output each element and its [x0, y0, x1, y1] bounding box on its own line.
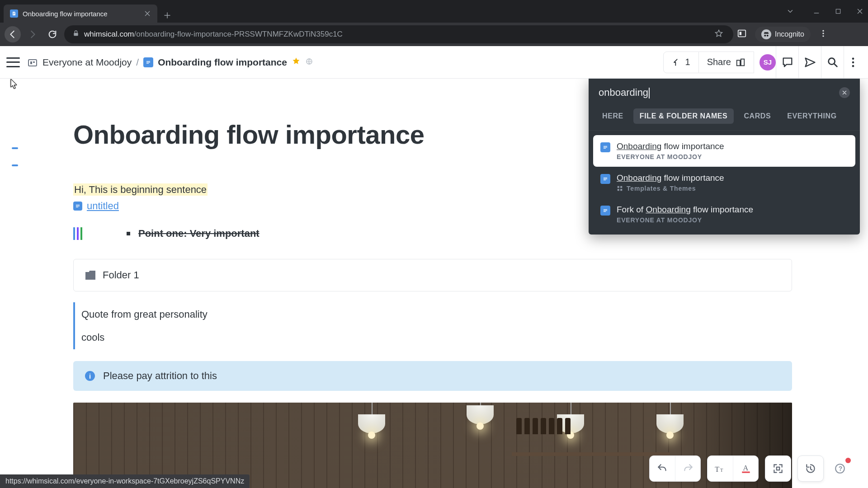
subdoc-link[interactable]: untitled	[87, 200, 119, 212]
window-maximize-icon[interactable]	[834, 7, 843, 16]
breadcrumb-title[interactable]: Onboarding flow importance	[158, 57, 287, 68]
svg-rect-2	[13, 14, 15, 14]
templates-icon	[617, 185, 623, 192]
svg-rect-13	[28, 60, 37, 66]
breadcrumb-workspace[interactable]: Everyone at Moodjoy	[42, 57, 132, 68]
app-root: Everyone at Moodjoy / Onboarding flow im…	[0, 46, 868, 488]
gutter-mark[interactable]	[12, 147, 18, 149]
selection-handles[interactable]	[73, 227, 82, 240]
search-result[interactable]: Onboarding flow importance EVERYONE AT M…	[593, 135, 855, 167]
search-tab-cards[interactable]: CARDS	[737, 108, 777, 124]
quote-block[interactable]: Quote from great personality cools	[73, 302, 792, 349]
folder-embed[interactable]: Folder 1	[73, 259, 792, 291]
search-tab-names[interactable]: FILE & FOLDER NAMES	[633, 108, 734, 124]
public-world-icon[interactable]	[305, 57, 313, 68]
address-bar[interactable]: whimsical.com/onboarding-flow-importance…	[64, 25, 733, 43]
svg-rect-32	[604, 178, 607, 178]
doc-icon	[73, 202, 82, 211]
svg-rect-7	[740, 32, 742, 35]
svg-rect-35	[618, 186, 619, 188]
user-avatar[interactable]: SJ	[760, 54, 776, 70]
search-tab-here[interactable]: HERE	[596, 108, 630, 124]
comments-button[interactable]	[776, 46, 798, 79]
svg-rect-38	[620, 189, 622, 191]
svg-point-8	[764, 35, 766, 37]
svg-rect-34	[604, 180, 606, 180]
folder-label: Folder 1	[103, 269, 139, 281]
nav-back-button[interactable]	[5, 26, 21, 42]
mouse-cursor	[10, 79, 19, 89]
outline-gutter	[12, 147, 18, 166]
incognito-indicator[interactable]: Incognito	[755, 27, 811, 42]
svg-text:T: T	[720, 468, 723, 473]
nav-reload-button[interactable]	[44, 26, 61, 42]
status-bar-url: https://whimsical.com/everyone-in-worksp…	[0, 474, 250, 488]
search-result[interactable]: Onboarding flow importance Templates & T…	[593, 167, 855, 198]
bullet-icon	[127, 232, 130, 235]
tab-close-icon[interactable]	[144, 10, 151, 17]
svg-rect-36	[620, 186, 622, 188]
svg-point-10	[822, 30, 824, 32]
info-callout[interactable]: i Please pay attrition to this	[73, 361, 792, 391]
svg-rect-18	[146, 63, 149, 63]
browser-menu-icon[interactable]	[819, 29, 828, 40]
new-tab-button[interactable]	[160, 8, 175, 23]
help-button[interactable]: ?	[830, 459, 850, 479]
browser-toolbar: whimsical.com/onboarding-flow-importance…	[0, 23, 868, 46]
result-subtitle: EVERYONE AT MOODJOY	[617, 216, 753, 224]
svg-point-23	[852, 57, 854, 60]
highlighted-sentence[interactable]: Hi, This is beginning sentence	[73, 183, 208, 196]
viewers-button[interactable]: 1	[663, 52, 699, 73]
doc-icon	[600, 174, 610, 184]
info-icon: i	[85, 371, 95, 381]
result-subtitle: EVERYONE AT MOODJOY	[617, 153, 724, 160]
text-style-group: TT A	[707, 455, 759, 482]
svg-rect-21	[741, 59, 744, 66]
send-button[interactable]	[798, 46, 821, 79]
bookmark-star-icon[interactable]	[714, 29, 723, 40]
point-one-text[interactable]: Point one: Very important	[138, 228, 259, 239]
tab-search-icon[interactable]	[786, 7, 795, 16]
redo-button[interactable]	[675, 456, 700, 481]
svg-rect-40	[604, 211, 607, 211]
undo-button[interactable]	[650, 456, 675, 481]
window-minimize-icon[interactable]	[812, 7, 821, 16]
history-button[interactable]	[798, 456, 823, 481]
browser-tab[interactable]: Onboarding flow importance	[4, 5, 157, 23]
breadcrumb-separator: /	[136, 57, 139, 68]
focus-mode-button[interactable]	[765, 456, 791, 481]
window-close-icon[interactable]	[855, 7, 864, 16]
search-close-button[interactable]	[839, 87, 850, 98]
svg-point-24	[852, 61, 854, 63]
svg-rect-5	[74, 33, 78, 36]
share-button[interactable]: Share	[699, 52, 754, 73]
tab-title: Onboarding flow importance	[23, 10, 139, 18]
app-header: Everyone at Moodjoy / Onboarding flow im…	[0, 46, 868, 79]
svg-rect-4	[836, 9, 840, 13]
svg-text:T: T	[715, 465, 719, 474]
folder-icon	[85, 271, 95, 280]
favorite-star-icon[interactable]	[292, 56, 301, 68]
nav-forward-button[interactable]	[24, 26, 41, 42]
svg-rect-14	[30, 61, 32, 64]
svg-rect-37	[618, 189, 619, 191]
text-size-button[interactable]: TT	[708, 456, 733, 481]
search-result[interactable]: Fork of Onboarding flow importance EVERY…	[593, 198, 855, 230]
svg-rect-46	[777, 467, 780, 470]
svg-rect-17	[146, 62, 150, 62]
gutter-mark[interactable]	[12, 164, 18, 166]
svg-rect-26	[76, 205, 80, 205]
page-body: Onboarding flow importance Hi, This is b…	[0, 79, 868, 488]
breadcrumb: Everyone at Moodjoy / Onboarding flow im…	[27, 56, 313, 68]
reader-mode-icon[interactable]	[737, 28, 747, 40]
doc-icon	[600, 206, 610, 216]
quote-line: cools	[81, 330, 792, 345]
search-button[interactable]	[821, 46, 844, 79]
menu-button[interactable]	[6, 57, 20, 67]
more-button[interactable]	[844, 46, 862, 79]
info-text: Please pay attrition to this	[103, 370, 217, 382]
search-tab-everything[interactable]: EVERYTHING	[781, 108, 843, 124]
text-color-button[interactable]: A	[733, 456, 758, 481]
result-title: Fork of Onboarding flow importance	[617, 205, 753, 215]
search-input[interactable]: onboarding	[599, 87, 839, 99]
